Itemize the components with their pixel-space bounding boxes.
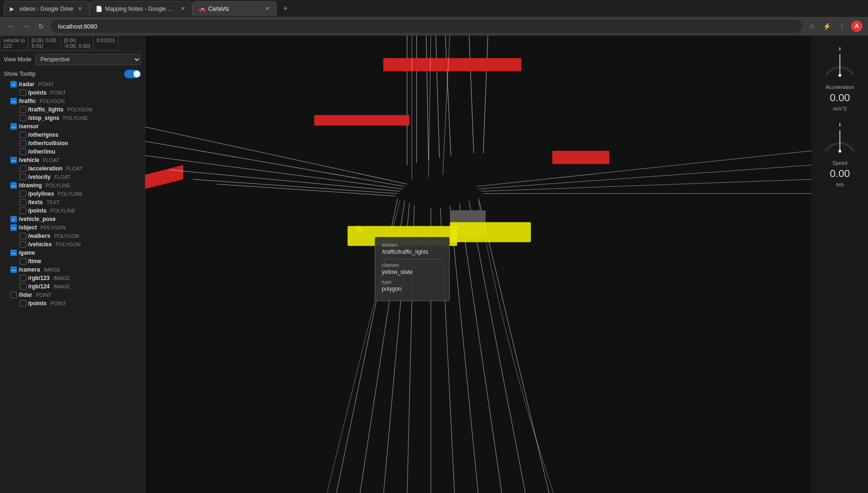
tree-item-game[interactable]: —/game xyxy=(0,249,145,257)
tree-item-points2[interactable]: /pointsPOLYLINE xyxy=(0,206,145,215)
profile-avatar[interactable]: A xyxy=(851,21,862,32)
table-cell-2: [0.00, 0.00,9.81] xyxy=(28,36,60,51)
extensions-icon[interactable]: ⚡ xyxy=(821,21,832,32)
tree-item-acceleration[interactable]: /accelerationFLOAT xyxy=(0,164,145,173)
tree-item-other_imu[interactable]: /other/imu xyxy=(0,147,145,156)
tree-item-polylines[interactable]: /polylinesPOLYLINE xyxy=(0,190,145,198)
view-mode-select[interactable]: Perspective Top Down Follow xyxy=(35,54,141,65)
tab-favicon-mapping: 📄 xyxy=(96,6,102,12)
tab-close-videos[interactable]: ✕ xyxy=(76,5,83,13)
checkbox-traffic[interactable]: — xyxy=(10,98,17,104)
tree-item-vehicle[interactable]: —/vehicleFLOAT xyxy=(0,156,145,164)
tooltip-stream-value: /traffic/traffic_lights xyxy=(382,249,443,255)
speed-label: Speed xyxy=(832,160,847,166)
checkbox-drawing[interactable]: — xyxy=(10,182,17,189)
checkbox-texts[interactable] xyxy=(20,199,26,206)
star-icon[interactable]: ☆ xyxy=(806,21,817,32)
checkbox-points1[interactable] xyxy=(20,89,26,96)
svg-rect-10 xyxy=(552,151,609,164)
item-name-sensor: /sensor xyxy=(19,123,39,130)
menu-icon[interactable]: ⋮ xyxy=(836,21,847,32)
checkbox-other_imu[interactable] xyxy=(20,148,26,155)
tree-item-texts[interactable]: /textsTEXT xyxy=(0,198,145,206)
forward-button[interactable]: → xyxy=(21,21,32,32)
checkbox-camera[interactable]: — xyxy=(10,266,17,273)
item-type-points2: POLYLINE xyxy=(50,208,75,213)
tree-item-traffic_lights[interactable]: /traffic_lightsPOLYGON xyxy=(0,105,145,114)
toggle-knob xyxy=(134,71,140,77)
checkbox-time[interactable] xyxy=(20,258,26,265)
tree-item-object[interactable]: —/objectPOLYGON xyxy=(0,223,145,232)
tab-title-videos: videos - Google Drive xyxy=(19,6,73,12)
tree-item-walkers[interactable]: /walkersPOLYGON xyxy=(0,232,145,240)
checkbox-rgb124[interactable] xyxy=(20,283,26,290)
show-tooltip-label: Show Tooltip xyxy=(4,71,36,77)
checkbox-traffic_lights[interactable] xyxy=(20,106,26,113)
checkbox-points2[interactable] xyxy=(20,207,26,214)
checkbox-other_gnss[interactable] xyxy=(20,132,26,138)
main-viewport[interactable]: stream /traffic/traffic_lights classes y… xyxy=(145,36,812,493)
acceleration-gauge-svg xyxy=(821,45,859,82)
tree-item-vehicles2[interactable]: /vehiclesPOLYGON xyxy=(0,240,145,249)
back-button[interactable]: ← xyxy=(6,21,17,32)
checkbox-radar[interactable]: ✓ xyxy=(10,81,17,88)
tree-item-points1[interactable]: /pointsPOINT xyxy=(0,88,145,97)
tree-item-stop_signs[interactable]: /stop_signsPOLYLINE xyxy=(0,114,145,122)
tab-mapping[interactable]: 📄 Mapping Notes - Google D... ✕ xyxy=(89,1,193,16)
tree-item-other_gnss[interactable]: /other/gnss xyxy=(0,131,145,139)
tree-item-drawing[interactable]: —/drawingPOLYLINE xyxy=(0,181,145,190)
tree-item-lidar[interactable]: /lidarPOINT xyxy=(0,291,145,299)
tree-item-rgb124[interactable]: /rgb/124IMAGE xyxy=(0,282,145,291)
tree-item-time[interactable]: /time xyxy=(0,257,145,265)
item-name-vehicles2: /vehicles xyxy=(28,241,52,248)
checkbox-walkers[interactable] xyxy=(20,233,26,239)
item-type-drawing: POLYLINE xyxy=(45,183,70,188)
tree-item-lidar_points[interactable]: /pointsPOINT xyxy=(0,299,145,308)
item-name-game: /game xyxy=(19,250,35,256)
tab-add-button[interactable]: + xyxy=(279,2,292,15)
item-name-other_gnss: /other/gnss xyxy=(28,132,59,138)
item-name-radar: /radar xyxy=(19,81,34,88)
tab-close-mapping[interactable]: ✕ xyxy=(179,5,186,13)
tree-item-radar[interactable]: ✓/radarPOINT xyxy=(0,80,145,88)
checkbox-lidar[interactable] xyxy=(10,292,17,298)
checkbox-vehicle_pose[interactable]: ✓ xyxy=(10,216,17,222)
checkbox-stop_signs[interactable] xyxy=(20,115,26,121)
item-type-lidar: POINT xyxy=(36,292,52,298)
checkbox-game[interactable]: — xyxy=(10,250,17,256)
tree-item-other_collision[interactable]: /other/collision xyxy=(0,139,145,147)
checkbox-vehicles2[interactable] xyxy=(20,241,26,248)
tab-close-carlaviz[interactable]: ✕ xyxy=(263,5,271,13)
checkbox-acceleration[interactable] xyxy=(20,165,26,172)
table-cell-4: 0.01001 xyxy=(93,36,119,51)
tab-bar: ▶ videos - Google Drive ✕ 📄 Mapping Note… xyxy=(0,0,868,17)
item-name-drawing: /drawing xyxy=(19,182,42,189)
tab-title-carlaviz: CarlaViz xyxy=(208,6,260,12)
url-input[interactable] xyxy=(51,20,802,33)
checkbox-other_collision[interactable] xyxy=(20,140,26,147)
tree-item-velocity[interactable]: /velocityFLOAT xyxy=(0,173,145,181)
checkbox-vehicle[interactable]: — xyxy=(10,157,17,163)
tooltip-type-label: type xyxy=(382,279,443,285)
checkbox-rgb123[interactable] xyxy=(20,275,26,281)
tooltip-stream-label: stream xyxy=(382,242,443,248)
tree-item-vehicle_pose[interactable]: ✓/vehicle_pose xyxy=(0,215,145,223)
show-tooltip-toggle[interactable] xyxy=(124,70,141,78)
checkbox-lidar_points[interactable] xyxy=(20,300,26,307)
show-tooltip-row: Show Tooltip xyxy=(0,68,145,80)
refresh-button[interactable]: ↻ xyxy=(36,21,47,32)
tree-item-traffic[interactable]: —/trafficPOLYGON xyxy=(0,97,145,105)
checkbox-object[interactable]: — xyxy=(10,224,17,231)
tree-item-camera[interactable]: —/cameraIMAGE xyxy=(0,265,145,274)
tab-videos[interactable]: ▶ videos - Google Drive ✕ xyxy=(4,1,89,16)
tree-item-sensor[interactable]: —/sensor xyxy=(0,122,145,131)
tab-carlaviz[interactable]: 🚗 CarlaViz ✕ xyxy=(193,1,277,16)
item-name-stop_signs: /stop_signs xyxy=(28,115,59,121)
checkbox-sensor[interactable]: — xyxy=(10,123,17,130)
checkbox-velocity[interactable] xyxy=(20,174,26,180)
item-name-lidar_points: /points xyxy=(28,300,46,307)
item-type-camera: IMAGE xyxy=(44,267,60,272)
checkbox-polylines[interactable] xyxy=(20,191,26,197)
tree-item-rgb123[interactable]: /rgb/123IMAGE xyxy=(0,274,145,282)
acceleration-gauge: Acceleration 0.00 m/s^2 xyxy=(821,45,859,111)
